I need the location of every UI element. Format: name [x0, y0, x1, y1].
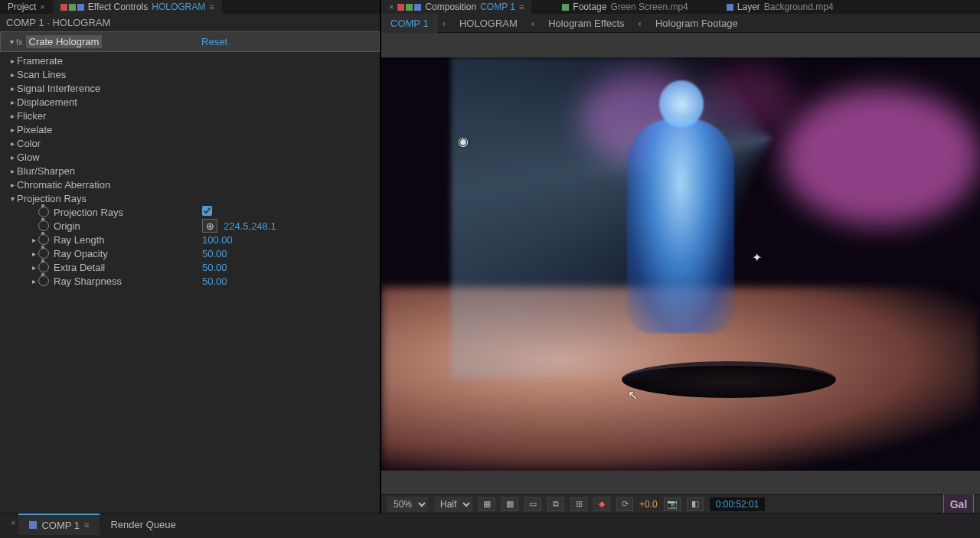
group-flicker[interactable]: Flicker: [0, 109, 380, 122]
fx-toggle-icon[interactable]: fx: [16, 37, 23, 47]
projection-rays-checkbox[interactable]: [202, 206, 212, 218]
effect-controls-tab[interactable]: Effect Controls HOLOGRAM ≡: [53, 0, 222, 14]
left-tab-bar: Project × Effect Controls HOLOGRAM ≡: [0, 0, 380, 14]
panel-menu-icon[interactable]: ≡: [84, 520, 89, 530]
viewer-controls: 50% Half ▦ ▩ ▭ ⧉ ⊞ ◆ ⟳ +0.0 📷 ◧ 0:00:52:…: [381, 494, 980, 513]
prop-origin[interactable]: Origin 224.5,248.1: [0, 219, 380, 233]
stopwatch-icon[interactable]: [38, 276, 49, 286]
timeline-tab-bar: × COMP 1 ≡ Render Queue: [0, 513, 980, 538]
stopwatch-icon[interactable]: [38, 234, 49, 245]
snapshot-icon[interactable]: 📷: [664, 497, 681, 511]
prop-ray-opacity[interactable]: Ray Opacity 50.00: [0, 246, 380, 260]
panel-menu-icon[interactable]: ≡: [209, 2, 214, 11]
panel-menu-icon[interactable]: ≡: [519, 2, 524, 11]
origin-value[interactable]: 224.5,248.1: [224, 220, 276, 232]
group-displacement[interactable]: Displacement: [0, 95, 380, 109]
extra-detail-value[interactable]: 50.00: [202, 262, 227, 273]
composition-tab[interactable]: × Composition COMP 1 ≡: [381, 0, 531, 14]
composition-target: COMP 1: [480, 2, 515, 12]
footage-target: Green Screen.mp4: [610, 2, 688, 12]
group-glow[interactable]: Glow: [0, 150, 380, 164]
effect-controls-label: Effect Controls: [88, 2, 148, 12]
origin-marker[interactable]: ◉: [458, 134, 470, 146]
timecode[interactable]: 0:00:52:01: [710, 497, 766, 511]
prop-projection-rays[interactable]: Projection Rays: [0, 205, 380, 219]
prop-extra-detail[interactable]: Extra Detail 50.00: [0, 260, 380, 274]
nav-hologram-effects[interactable]: Hologram Effects: [539, 14, 633, 33]
timeline-tab-comp1[interactable]: COMP 1 ≡: [18, 514, 100, 535]
composition-label: Composition: [425, 2, 476, 12]
guides-icon[interactable]: ⊞: [570, 497, 587, 511]
group-projection-rays[interactable]: Projection Rays: [0, 191, 380, 205]
effect-header[interactable]: fx Crate Hologram Reset: [0, 31, 380, 52]
project-tab[interactable]: Project ×: [0, 0, 53, 14]
stopwatch-icon[interactable]: [38, 220, 49, 231]
nav-hologram-footage[interactable]: Hologram Footage: [646, 14, 747, 33]
effect-controls-panel: Project × Effect Controls HOLOGRAM ≡ COM…: [0, 0, 381, 513]
resolution-select[interactable]: Half: [434, 497, 472, 512]
effect-breadcrumb: COMP 1 · HOLOGRAM: [0, 14, 380, 31]
footage-label: Footage: [573, 2, 606, 12]
group-framerate[interactable]: Framerate: [0, 54, 380, 67]
group-blur-sharpen[interactable]: Blur/Sharpen: [0, 164, 380, 178]
region-icon[interactable]: ⧉: [547, 497, 564, 511]
composition-panel: × Composition COMP 1 ≡ Footage Green Scr…: [381, 0, 980, 513]
reset-button[interactable]: Reset: [201, 36, 227, 47]
right-tab-bar: × Composition COMP 1 ≡ Footage Green Scr…: [381, 0, 980, 14]
viewport[interactable]: ◉ ✦ ↖: [381, 33, 980, 494]
transparency-grid-icon[interactable]: ▩: [501, 497, 518, 511]
ray-sharpness-value[interactable]: 50.00: [202, 276, 227, 287]
chevron-left-icon: ‹: [527, 18, 539, 29]
channel-icon[interactable]: ◆: [593, 497, 610, 511]
nav-hologram[interactable]: HOLOGRAM: [450, 14, 527, 33]
project-tab-label: Project: [8, 2, 36, 12]
effect-name: Crate Hologram: [26, 35, 103, 48]
prop-ray-sharpness[interactable]: Ray Sharpness 50.00: [0, 274, 380, 288]
close-icon[interactable]: ×: [40, 2, 44, 11]
group-pixelate[interactable]: Pixelate: [0, 122, 380, 136]
chevron-left-icon: ‹: [438, 18, 450, 29]
refresh-icon[interactable]: ⟳: [616, 497, 633, 511]
composition-breadcrumb: COMP 1 ‹ HOLOGRAM ‹ Hologram Effects ‹ H…: [381, 14, 980, 33]
crosshair-icon[interactable]: [202, 219, 217, 233]
anchor-point-icon[interactable]: ✦: [752, 250, 764, 262]
group-signal-interference[interactable]: Signal Interference: [0, 81, 380, 95]
effect-controls-target: HOLOGRAM: [152, 2, 205, 12]
gal-badge: Gal: [943, 493, 974, 516]
mask-icon[interactable]: ▭: [524, 497, 541, 511]
ray-length-value[interactable]: 100.00: [202, 234, 233, 246]
footage-tab[interactable]: Footage Green Screen.mp4: [554, 0, 695, 14]
ray-opacity-value[interactable]: 50.00: [202, 248, 227, 259]
group-scan-lines[interactable]: Scan Lines: [0, 67, 380, 81]
property-list: Framerate Scan Lines Signal Interference…: [0, 52, 380, 289]
show-snapshot-icon[interactable]: ◧: [687, 497, 704, 511]
layer-tab[interactable]: Layer Background.mp4: [719, 0, 841, 14]
group-color[interactable]: Color: [0, 136, 380, 150]
effect-twirl-icon[interactable]: [7, 37, 16, 46]
stopwatch-icon[interactable]: [38, 248, 49, 259]
zoom-select[interactable]: 50%: [387, 497, 428, 512]
timeline-tab-render-queue[interactable]: Render Queue: [100, 514, 186, 535]
close-icon[interactable]: ×: [8, 514, 18, 532]
fast-preview-icon[interactable]: ▦: [479, 497, 495, 511]
stopwatch-icon[interactable]: [38, 262, 49, 272]
close-icon[interactable]: ×: [389, 2, 394, 11]
group-chromatic-aberration[interactable]: Chromatic Aberration: [0, 178, 380, 191]
stopwatch-icon[interactable]: [38, 207, 49, 217]
prop-ray-length[interactable]: Ray Length 100.00: [0, 233, 380, 246]
exposure-value[interactable]: +0.0: [639, 499, 658, 510]
layer-target: Background.mp4: [764, 2, 834, 12]
layer-label: Layer: [737, 2, 760, 12]
preview-image: ◉ ✦ ↖: [381, 57, 980, 471]
nav-comp1[interactable]: COMP 1: [381, 14, 438, 33]
chevron-left-icon: ‹: [634, 18, 646, 29]
color-chips: [60, 4, 84, 11]
